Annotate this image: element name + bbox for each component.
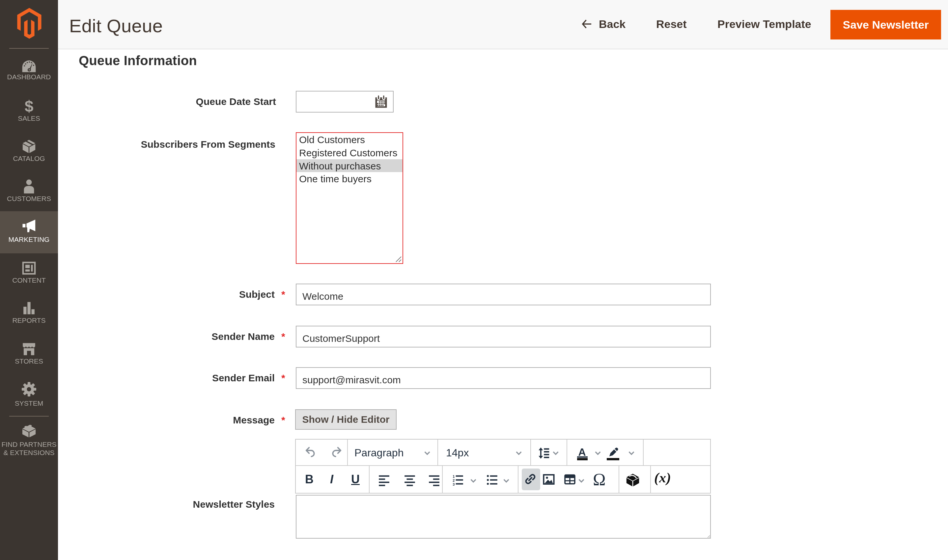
svg-text:3: 3: [452, 482, 455, 486]
svg-text:2: 2: [452, 478, 455, 482]
svg-text:1: 1: [452, 474, 455, 478]
